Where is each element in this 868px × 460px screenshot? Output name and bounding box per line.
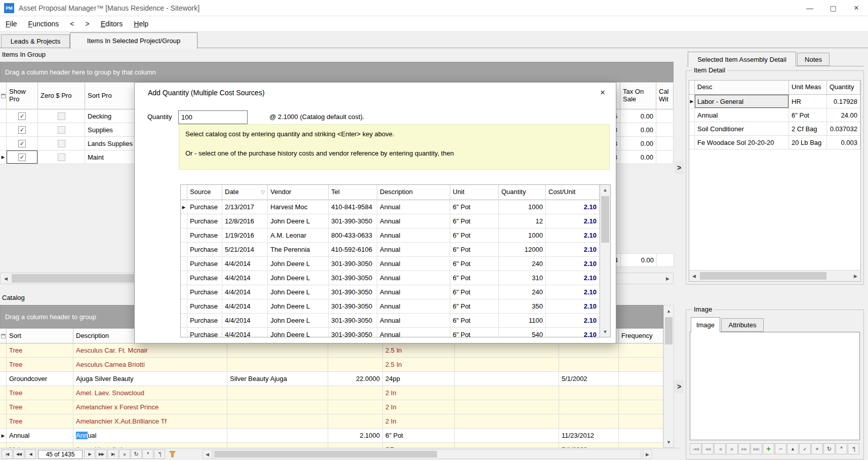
cell-date[interactable]: 1/19/2016	[222, 228, 268, 243]
header-description[interactable]: Description	[377, 185, 450, 200]
cell-vendor[interactable]: John Deere L	[268, 285, 329, 299]
tab-items-in-selected-project[interactable]: Items In Selected Project/Group	[70, 32, 198, 49]
header-unit[interactable]: Unit	[450, 185, 499, 200]
quantity-input[interactable]	[178, 110, 248, 124]
image-append-icon[interactable]: *	[836, 443, 847, 454]
header-show-pro[interactable]: Show Pro	[7, 82, 38, 109]
menu-back[interactable]: <	[64, 16, 80, 31]
cell-zero-pro[interactable]	[38, 150, 85, 164]
cell-desc[interactable]: Annual	[695, 108, 789, 122]
cell-description[interactable]: Amelanchier x Forest Prince	[73, 400, 227, 414]
cell-show-pro[interactable]: ✓	[7, 109, 38, 123]
cell-desc2[interactable]: Silver Beauty Ajuga	[227, 372, 328, 386]
cell-desc2[interactable]	[227, 429, 328, 443]
table-row-current[interactable]: ▶ Labor - General HR 0.17928	[689, 95, 860, 108]
scroll-thumb[interactable]	[700, 272, 826, 280]
cell-col7[interactable]	[455, 372, 559, 386]
table-row[interactable]: Purchase 5/21/2014 The Perennia 410-592-…	[181, 243, 600, 257]
cell-unit-meas[interactable]: HR	[789, 95, 827, 108]
cell-col7[interactable]	[455, 343, 559, 358]
cell-description[interactable]: Amel. Laev. Snowcloud	[73, 386, 227, 400]
checkbox-show-pro[interactable]: ✓	[18, 112, 26, 120]
cell-sort[interactable]: Tree	[7, 343, 73, 358]
cell-date[interactable]: 4/4/2014	[222, 257, 268, 271]
header-vendor[interactable]: Vendor	[268, 185, 329, 200]
cell-tel[interactable]: 301-390-3050	[329, 299, 377, 314]
cell-source[interactable]: Purchase	[187, 228, 222, 243]
table-row[interactable]: Fe Woodace Sol 20-20-20 20 Lb Bag 0.003	[689, 136, 860, 149]
checkbox-show-pro[interactable]: ✓	[18, 126, 26, 134]
cell-cal-wit[interactable]	[656, 123, 674, 137]
cell-desc[interactable]: Fe Woodace Sol 20-20-20	[695, 136, 789, 149]
checkbox-zero-pro[interactable]	[58, 140, 65, 147]
cell-cost-unit[interactable]: 2.10	[546, 228, 600, 243]
cell-quantity[interactable]: 12	[499, 214, 546, 228]
cell-description[interactable]: Annual	[377, 328, 450, 337]
cell-sort[interactable]: Annual	[7, 429, 73, 443]
cell-unit[interactable]: 6" Pot	[450, 299, 499, 314]
cell-desc2[interactable]	[227, 386, 328, 400]
table-row[interactable]: Purchase 4/4/2014 John Deere L 301-390-3…	[181, 314, 600, 328]
cell-description[interactable]: Annual	[377, 243, 450, 257]
cell-price[interactable]	[328, 358, 383, 372]
cell-sort[interactable]: Tree	[7, 386, 73, 400]
cell-description[interactable]: Annual	[377, 299, 450, 314]
image-nav-first-icon[interactable]: |◀◀	[690, 443, 701, 454]
table-row[interactable]: Tree Amelanchier X.Aut.Brilliance Tf 2 I…	[0, 414, 663, 429]
table-row[interactable]: Purchase 4/4/2014 John Deere L 301-390-3…	[181, 299, 600, 314]
cell-quantity[interactable]: 1000	[499, 200, 546, 214]
cell-quantity[interactable]: 1000	[499, 228, 546, 243]
cell-date[interactable]	[559, 400, 619, 414]
cell-cal-wit[interactable]	[656, 109, 674, 123]
tab-image[interactable]: Image	[691, 317, 720, 332]
cell-description[interactable]: Amelanchier X.Aut.Brilliance Tf	[73, 414, 227, 429]
cell-frequency[interactable]	[619, 429, 663, 443]
table-row[interactable]: Annual 6" Pot 24.00	[689, 108, 860, 122]
cell-unit-meas[interactable]: 20 Lb Bag	[789, 136, 827, 149]
cell-description[interactable]: Annual	[377, 257, 450, 271]
image-cancel-icon[interactable]: ×	[811, 443, 823, 454]
cell-date[interactable]: 2/13/2017	[222, 200, 268, 214]
cell-vendor[interactable]: John Deere L	[268, 314, 329, 328]
scroll-right-icon[interactable]	[643, 449, 652, 459]
cell-unit[interactable]: 2.5 In	[383, 343, 455, 358]
cell-desc2[interactable]	[227, 400, 328, 414]
cell-source[interactable]: Purchase	[187, 299, 222, 314]
menu-functions[interactable]: Functions	[23, 16, 65, 31]
nav-next-page-button[interactable]: ▶▶	[96, 449, 107, 459]
cell-desc2[interactable]	[227, 343, 328, 358]
cell-description[interactable]: Annual	[377, 271, 450, 285]
cell-date[interactable]: 4/4/2014	[222, 314, 268, 328]
close-button[interactable]: ×	[845, 0, 868, 16]
cell-vendor[interactable]: The Perennia	[268, 243, 329, 257]
header-cost-unit[interactable]: Cost/Unit	[546, 185, 600, 200]
cell-tel[interactable]: 301-390-3050	[329, 214, 377, 228]
table-row[interactable]: Purchase 4/4/2014 John Deere L 301-390-3…	[181, 285, 600, 299]
header-sort[interactable]: Sort	[7, 328, 73, 343]
cell-frequency[interactable]	[619, 400, 663, 414]
header-quantity[interactable]: Quantity	[499, 185, 546, 200]
cell-vendor[interactable]: A.M. Leonar	[268, 228, 329, 243]
cell-sort[interactable]: Tree	[7, 414, 73, 429]
cell-tel[interactable]: 301-390-3050	[329, 271, 377, 285]
table-row[interactable]: Soil Conditioner 2 Cf Bag 0.037032	[689, 122, 860, 136]
tab-attributes[interactable]: Attributes	[721, 318, 764, 332]
image-refresh-icon[interactable]: ↻	[823, 443, 835, 454]
image-append-last-icon[interactable]: *|	[848, 443, 859, 454]
cell-vendor[interactable]: John Deere L	[268, 299, 329, 314]
header-source[interactable]: Source	[187, 185, 222, 200]
cell-col7[interactable]	[455, 386, 559, 400]
cell-vendor[interactable]: John Deere L	[268, 214, 329, 228]
cell-tax-on-sale[interactable]: 0.00	[620, 123, 656, 137]
table-row[interactable]: Tree Amel. Laev. Snowcloud 2 In	[0, 386, 663, 400]
cell-date[interactable]: 4/4/2014	[222, 299, 268, 314]
cell-desc2[interactable]	[227, 414, 328, 429]
header-quantity[interactable]: Quantity	[827, 81, 860, 95]
cell-date[interactable]	[559, 343, 619, 358]
cell-price[interactable]	[328, 386, 383, 400]
cell-price[interactable]: 2.1000	[328, 429, 383, 443]
table-row[interactable]: Tree Aesculus Carnea Briotti 2.5 In	[0, 358, 663, 372]
cell-desc[interactable]: Soil Conditioner	[695, 122, 789, 136]
tab-leads-projects[interactable]: Leads & Projects	[1, 34, 70, 48]
nav-last-button[interactable]: ▶|	[107, 449, 119, 459]
